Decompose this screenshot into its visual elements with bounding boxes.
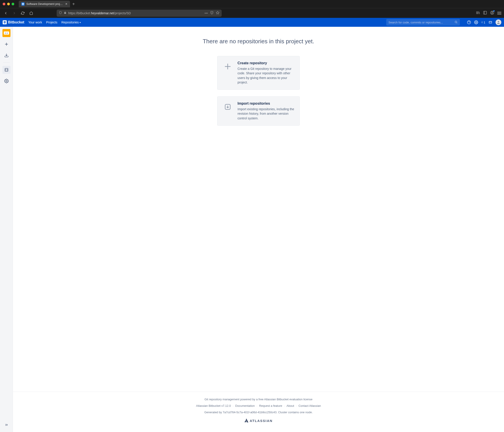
sidebar-create-button[interactable] [2, 40, 10, 48]
separator: · [284, 404, 285, 407]
main-panel: There are no repositories in this projec… [13, 27, 504, 432]
import-repositories-card[interactable]: Import repositories Import existing repo… [217, 96, 300, 126]
nav-your-work[interactable]: Your work [28, 20, 42, 24]
tab-strip: Software Development project × + [0, 0, 504, 8]
notifications-button[interactable] [488, 20, 492, 24]
footer-request-link[interactable]: Request a feature [259, 404, 282, 407]
sidebar-toggle-icon[interactable] [483, 11, 487, 16]
app-header: Bitbucket Your work Projects Repositorie… [0, 18, 504, 27]
svg-point-4 [492, 12, 493, 13]
svg-line-6 [457, 23, 457, 23]
admin-button[interactable] [474, 20, 478, 24]
footer-powered: Git repository management powered by a f… [18, 398, 500, 401]
bookmark-icon[interactable] [216, 11, 219, 15]
footer-documentation-link[interactable]: Documentation [235, 404, 255, 407]
bitbucket-favicon-icon [21, 2, 25, 6]
nav-label: Projects [46, 20, 58, 24]
url-prefix: https://bitbucket. [68, 11, 91, 15]
code-icon: <·> [4, 31, 9, 35]
import-icon [222, 101, 233, 112]
window-maximize-button[interactable] [12, 3, 14, 5]
create-repository-title: Create repository [237, 61, 295, 65]
user-avatar[interactable] [495, 19, 501, 25]
create-repository-desc: Create a Git repository to manage your c… [237, 66, 295, 84]
svg-point-9 [476, 22, 477, 23]
sidebar-clone-button[interactable] [2, 51, 10, 59]
app-body: <·> There are no repositories in this pr… [0, 27, 504, 432]
create-repository-card[interactable]: Create repository Create a Git repositor… [217, 56, 300, 90]
url-actions: ••• [205, 11, 219, 15]
menu-button[interactable] [497, 12, 501, 15]
window-minimize-button[interactable] [7, 3, 10, 5]
url-text: https://bitbucket.heyvaldemar.net/projec… [68, 11, 203, 15]
separator: · [256, 404, 257, 407]
window-controls [2, 3, 17, 5]
lock-icon [64, 11, 66, 15]
library-icon[interactable] [476, 11, 480, 16]
sidebar-source-button[interactable] [2, 66, 10, 74]
new-tab-button[interactable]: + [70, 1, 77, 7]
atlassian-logo[interactable]: ATLASSIAN [18, 418, 500, 423]
header-icons: 1 [467, 19, 501, 25]
import-repositories-desc: Import existing repositories, including … [237, 107, 295, 120]
home-button[interactable] [28, 10, 34, 16]
address-bar: https://bitbucket.heyvaldemar.net/projec… [0, 8, 504, 18]
svg-point-20 [6, 81, 7, 82]
import-repositories-body: Import repositories Import existing repo… [237, 101, 295, 120]
nav-label: Your work [28, 20, 42, 24]
bitbucket-logo[interactable]: Bitbucket [3, 20, 24, 24]
forward-button[interactable] [11, 10, 18, 16]
window-close-button[interactable] [3, 3, 5, 5]
empty-state: There are no repositories in this projec… [13, 27, 504, 392]
tab-title: Software Development project [26, 2, 63, 6]
footer-generated: Generated by 7a7cd764-5c7a-401f-a06d-41b… [18, 411, 500, 414]
reader-mode-icon[interactable] [210, 11, 214, 15]
url-path: /projects/SD [114, 11, 131, 15]
sidebar-settings-button[interactable] [2, 77, 10, 85]
import-repositories-title: Import repositories [237, 101, 295, 106]
account-icon[interactable] [490, 11, 494, 16]
project-avatar[interactable]: <·> [2, 29, 10, 37]
footer-contact-link[interactable]: Contact Atlassian [298, 404, 321, 407]
product-name: Bitbucket [8, 20, 24, 24]
footer-about-link[interactable]: About [287, 404, 294, 407]
sidebar-divider [3, 63, 10, 63]
browser-tab[interactable]: Software Development project × [19, 1, 70, 7]
svg-point-15 [498, 21, 499, 22]
create-repository-body: Create repository Create a Git repositor… [237, 61, 295, 84]
search-input[interactable] [388, 21, 458, 24]
footer: Git repository management powered by a f… [13, 392, 504, 432]
atlassian-brand-text: ATLASSIAN [250, 419, 273, 423]
back-button[interactable] [3, 10, 9, 16]
empty-heading: There are no repositories in this projec… [203, 38, 314, 45]
plus-icon [222, 61, 233, 72]
svg-rect-1 [484, 11, 486, 14]
search-icon [454, 20, 458, 24]
browser-chrome: Software Development project × + https:/… [0, 0, 504, 18]
inbox-count: 1 [484, 21, 485, 24]
project-sidebar: <·> [0, 27, 13, 432]
svg-marker-0 [216, 11, 219, 14]
nav-label: Repositories [61, 20, 79, 24]
search-box[interactable] [386, 19, 460, 26]
svg-point-5 [455, 21, 457, 23]
sidebar-expand-button[interactable] [2, 421, 10, 429]
footer-version: Atlassian Bitbucket v7.12.0 [196, 404, 231, 407]
svg-rect-13 [489, 21, 492, 23]
page-actions-icon[interactable]: ••• [205, 11, 208, 15]
nav-repositories[interactable]: Repositories ▾ [61, 20, 81, 24]
inbox-button[interactable]: 1 [481, 20, 485, 24]
chevron-down-icon: ▾ [80, 21, 81, 24]
url-input[interactable]: https://bitbucket.heyvaldemar.net/projec… [57, 9, 222, 17]
reload-button[interactable] [20, 10, 26, 16]
browser-right-icons [476, 11, 501, 16]
separator: · [233, 404, 234, 407]
separator: · [296, 404, 297, 407]
nav-projects[interactable]: Projects [46, 20, 58, 24]
url-domain: heyvaldemar.net [91, 11, 114, 15]
atlassian-mark-icon [244, 418, 248, 423]
shield-icon [59, 11, 62, 15]
primary-nav: Your work Projects Repositories ▾ [28, 20, 81, 24]
help-button[interactable] [467, 20, 471, 24]
tab-close-button[interactable]: × [65, 2, 67, 6]
